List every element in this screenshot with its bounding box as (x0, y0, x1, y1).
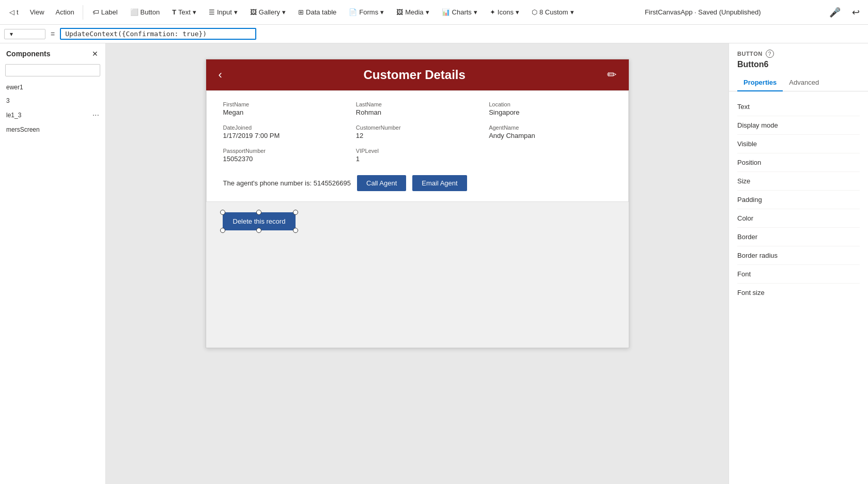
selection-handle-tc (256, 210, 261, 215)
forms-icon: 📄 (349, 8, 357, 16)
charts-icon: 📊 (442, 8, 450, 16)
customer-details-body: FirstName Megan LastName Rohman Location… (206, 90, 629, 202)
back-chevron-icon[interactable]: ‹ (219, 68, 222, 82)
canvas-area: ‹ Customer Details ✏ FirstName Megan Las… (106, 43, 729, 484)
delete-btn-wrapper: Delete this record (223, 212, 296, 230)
input-dropdown-icon: ▾ (234, 8, 238, 16)
datatable-btn[interactable]: ⊞ Data table (293, 5, 342, 19)
passportnumber-field: PassportNumber 15052370 (223, 148, 346, 163)
custom-btn[interactable]: ⬡ 8 Custom ▾ (526, 5, 579, 19)
mic-btn[interactable]: 🎤 (827, 4, 843, 21)
formula-bar: ▾ = (0, 25, 868, 43)
nav-view-btn[interactable]: View (25, 5, 50, 19)
tab-advanced[interactable]: Advanced (783, 74, 825, 91)
gallery-btn[interactable]: 🖼 Gallery ▾ (245, 5, 291, 19)
nav-action-btn[interactable]: Action (51, 5, 80, 19)
left-panel-title: Components (6, 50, 51, 58)
icons-icon: ✦ (490, 8, 495, 16)
label-btn[interactable]: 🏷 Label (87, 5, 123, 19)
left-panel-header: Components ✕ (0, 43, 105, 62)
firstname-field: FirstName Megan (223, 101, 346, 116)
component-type-label: BUTTON (737, 51, 763, 57)
forms-dropdown-icon: ▾ (380, 8, 384, 16)
text-btn[interactable]: T Text ▾ (167, 5, 202, 19)
forms-btn[interactable]: 📄 Forms ▾ (344, 5, 389, 19)
prop-color: Color (737, 209, 860, 228)
list-item[interactable]: mersScreen (0, 123, 105, 136)
input-btn[interactable]: ☰ Input ▾ (204, 5, 243, 19)
list-item[interactable]: le1_3 ··· (0, 107, 105, 123)
nav-back-btn[interactable]: ◁ t (4, 5, 24, 19)
prop-border-radius: Border radius (737, 246, 860, 265)
delete-area: Delete this record (206, 202, 629, 243)
main-layout: Components ✕ ewer1 3 le1_3 ··· mersScree… (0, 43, 868, 484)
prop-padding: Padding (737, 191, 860, 209)
property-selector[interactable]: ▾ (4, 29, 45, 39)
list-item[interactable]: ewer1 (0, 81, 105, 94)
selection-handle-bc (256, 228, 261, 233)
media-btn[interactable]: 🖼 Media ▾ (391, 5, 434, 19)
gallery-icon: 🖼 (250, 8, 257, 16)
selection-handle-tl (220, 210, 225, 215)
properties-list: Text Display mode Visible Position Size … (729, 91, 868, 308)
prop-font: Font (737, 265, 860, 284)
properties-tabs: Properties Advanced (729, 74, 868, 91)
charts-dropdown-icon: ▾ (474, 8, 477, 16)
media-dropdown-icon: ▾ (426, 8, 429, 16)
input-icon: ☰ (209, 8, 215, 16)
left-panel-list: ewer1 3 le1_3 ··· mersScreen (0, 81, 105, 484)
icons-btn[interactable]: ✦ Icons ▾ (485, 5, 524, 19)
undo-btn[interactable]: ↩ (847, 4, 864, 21)
prop-size: Size (737, 172, 860, 191)
customer-details-header: ‹ Customer Details ✏ (206, 59, 629, 90)
left-panel-search-input[interactable] (5, 64, 100, 76)
selection-handle-bl (220, 228, 225, 233)
datatable-icon: ⊞ (298, 8, 304, 16)
tab-properties[interactable]: Properties (737, 74, 783, 91)
button-icon: ⬜ (130, 8, 138, 16)
viplevel-field: VIPLevel 1 (356, 148, 478, 163)
prop-display-mode: Display mode (737, 116, 860, 135)
text-tool-icon: T (172, 8, 176, 16)
datejoined-field: DateJoined 1/17/2019 7:00 PM (223, 124, 346, 139)
list-item[interactable]: 3 (0, 94, 105, 107)
right-panel-header: BUTTON ? (729, 43, 868, 58)
media-icon: 🖼 (396, 8, 403, 16)
selection-handle-tr (293, 210, 298, 215)
charts-btn[interactable]: 📊 Charts ▾ (437, 5, 483, 19)
email-agent-btn[interactable]: Email Agent (412, 175, 467, 191)
call-agent-btn[interactable]: Call Agent (357, 175, 406, 191)
button-btn[interactable]: ⬜ Button (125, 5, 165, 19)
selection-handle-br (293, 228, 298, 233)
prop-visible: Visible (737, 135, 860, 153)
gallery-dropdown-icon: ▾ (282, 8, 286, 16)
prop-position: Position (737, 153, 860, 172)
item-menu-icon[interactable]: ··· (92, 111, 99, 120)
location-field: Location Singapore (489, 101, 611, 116)
edit-pencil-icon[interactable]: ✏ (607, 68, 616, 82)
icons-dropdown-icon: ▾ (516, 8, 519, 16)
phone-label: The agent's phone number is: 5145526695 (223, 179, 351, 187)
text-dropdown-icon: ▾ (193, 8, 196, 16)
app-frame: ‹ Customer Details ✏ FirstName Megan Las… (206, 59, 629, 348)
custom-icon: ⬡ (532, 8, 537, 16)
lastname-field: LastName Rohman (356, 101, 478, 116)
customer-details-title: Customer Details (222, 68, 607, 82)
left-panel-close-btn[interactable]: ✕ (91, 49, 99, 59)
formula-input[interactable] (65, 30, 251, 38)
empty-field (489, 148, 611, 163)
agentname-field: AgentName Andy Champan (489, 124, 611, 139)
selector-dropdown-icon: ▾ (10, 30, 13, 38)
fields-grid: FirstName Megan LastName Rohman Location… (223, 101, 612, 163)
right-panel: BUTTON ? Button6 Properties Advanced Tex… (729, 43, 868, 484)
toolbar-nav: ◁ t View Action (4, 5, 85, 20)
customernumber-field: CustomerNumber 12 (356, 124, 478, 139)
phone-row: The agent's phone number is: 5145526695 … (223, 175, 612, 191)
component-name: Button6 (729, 58, 868, 74)
prop-border: Border (737, 228, 860, 246)
equals-sign: = (48, 30, 58, 38)
formula-input-wrapper (60, 28, 256, 40)
custom-dropdown-icon: ▾ (570, 8, 574, 16)
left-panel: Components ✕ ewer1 3 le1_3 ··· mersScree… (0, 43, 106, 484)
help-icon[interactable]: ? (766, 50, 774, 58)
